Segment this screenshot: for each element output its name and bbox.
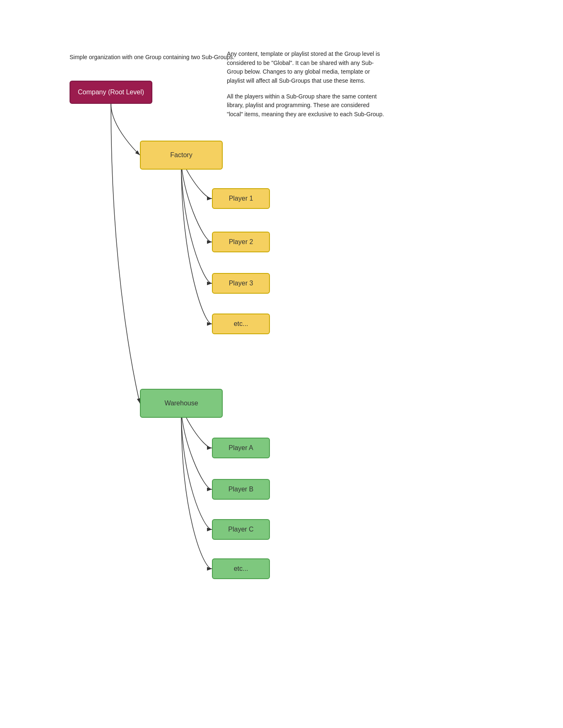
etc1-node[interactable]: etc... bbox=[212, 314, 270, 334]
playerA-node[interactable]: Player A bbox=[212, 438, 270, 458]
company-node[interactable]: Company (Root Level) bbox=[70, 81, 152, 104]
etc1-label: etc... bbox=[234, 320, 248, 328]
factory-node[interactable]: Factory bbox=[140, 141, 223, 170]
description-text: Simple organization with one Group conta… bbox=[70, 53, 234, 62]
playerC-node[interactable]: Player C bbox=[212, 519, 270, 540]
player3-label: Player 3 bbox=[229, 280, 253, 287]
info-paragraph1: Any content, template or playlist stored… bbox=[227, 50, 384, 86]
etc2-node[interactable]: etc... bbox=[212, 558, 270, 579]
playerA-label: Player A bbox=[229, 444, 253, 452]
playerB-label: Player B bbox=[229, 486, 253, 493]
playerC-label: Player C bbox=[228, 526, 253, 533]
page-container: Simple organization with one Group conta… bbox=[0, 0, 563, 728]
factory-label: Factory bbox=[170, 151, 192, 159]
info-box: Any content, template or playlist stored… bbox=[227, 50, 384, 126]
player2-node[interactable]: Player 2 bbox=[212, 232, 270, 252]
etc2-label: etc... bbox=[234, 565, 248, 572]
player1-node[interactable]: Player 1 bbox=[212, 188, 270, 209]
warehouse-label: Warehouse bbox=[164, 400, 198, 407]
player3-node[interactable]: Player 3 bbox=[212, 273, 270, 294]
company-label: Company (Root Level) bbox=[78, 89, 144, 96]
player2-label: Player 2 bbox=[229, 238, 253, 246]
info-paragraph2: All the players within a Sub-Group share… bbox=[227, 92, 384, 119]
description-label: Simple organization with one Group conta… bbox=[70, 54, 234, 60]
player1-label: Player 1 bbox=[229, 195, 253, 202]
playerB-node[interactable]: Player B bbox=[212, 479, 270, 500]
warehouse-node[interactable]: Warehouse bbox=[140, 389, 223, 418]
